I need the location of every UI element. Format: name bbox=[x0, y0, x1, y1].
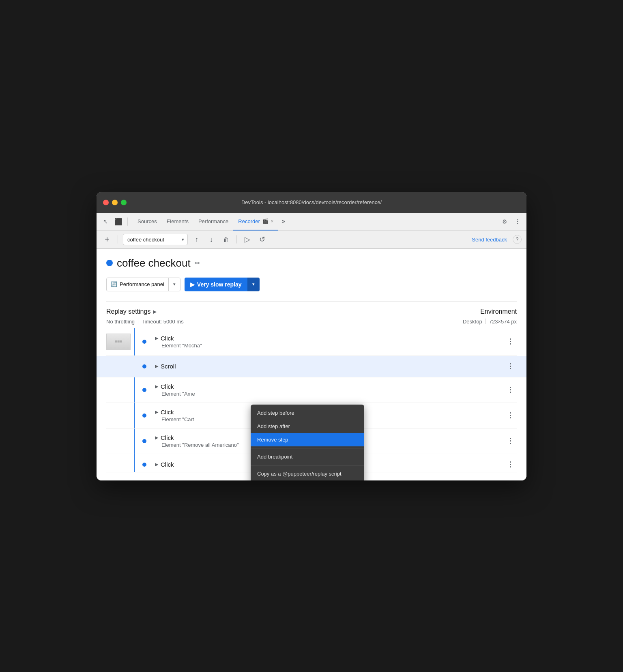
tab-close-icon[interactable]: × bbox=[271, 219, 273, 224]
perf-panel-chevron-icon[interactable]: ▾ bbox=[169, 278, 180, 291]
add-recording-button[interactable]: + bbox=[101, 234, 113, 245]
tab-sources[interactable]: Sources bbox=[133, 213, 162, 230]
window-title: DevTools - localhost:8080/docs/devtools/… bbox=[103, 199, 520, 205]
more-options-button[interactable]: ⋮ bbox=[512, 216, 523, 227]
env-device-label: Desktop bbox=[463, 319, 482, 325]
menu-dot bbox=[510, 363, 511, 364]
step-expand-icon[interactable]: ▶ bbox=[155, 336, 158, 341]
menu-dot bbox=[510, 417, 511, 418]
step-dot-3 bbox=[142, 388, 146, 392]
menu-dot bbox=[510, 389, 511, 390]
step-action-label-4: Click bbox=[161, 409, 174, 416]
ctx-add-after[interactable]: Add step after bbox=[251, 420, 364, 433]
settings-row: Replay settings ▶ No throttling Timeout:… bbox=[106, 308, 517, 325]
play-step-icon: ▷ bbox=[245, 235, 250, 244]
env-separator bbox=[486, 319, 486, 324]
toolbar-separator-2 bbox=[118, 235, 118, 243]
more-vert-icon: ⋮ bbox=[515, 218, 520, 225]
menu-dot bbox=[510, 338, 511, 340]
step-dot-area bbox=[137, 340, 152, 344]
play-step-button[interactable]: ▷ bbox=[242, 234, 253, 245]
menu-dot bbox=[510, 440, 511, 442]
step-menu-button[interactable] bbox=[505, 337, 515, 347]
step-content-3: ▶ Click Element "Ame bbox=[152, 383, 505, 397]
replay-label: Very slow replay bbox=[197, 281, 242, 288]
step-expand-icon-2[interactable]: ▶ bbox=[155, 364, 158, 369]
step-menu-button-5[interactable] bbox=[505, 436, 515, 446]
rewind-button[interactable]: ↺ bbox=[256, 234, 268, 245]
settings-right: Environment Desktop 723×574 px bbox=[463, 308, 517, 325]
ctx-remove-step[interactable]: Remove step bbox=[251, 433, 364, 446]
close-button[interactable] bbox=[103, 200, 109, 205]
step-title-row-2: ▶ Scroll bbox=[155, 363, 505, 370]
recording-title: coffee checkout bbox=[117, 257, 191, 269]
menu-dot bbox=[510, 464, 511, 465]
step-menu-button-2[interactable] bbox=[505, 362, 515, 371]
inspect-icon: ⬛ bbox=[114, 218, 122, 226]
step-menu-button-3[interactable] bbox=[505, 385, 515, 395]
replay-dropdown-button[interactable]: ▾ bbox=[247, 278, 260, 291]
menu-dot bbox=[510, 438, 511, 439]
send-feedback-link[interactable]: Send feedback bbox=[472, 237, 507, 243]
plus-icon: + bbox=[105, 235, 110, 244]
edit-title-button[interactable]: ✏ bbox=[195, 259, 200, 267]
step-dot-area-3 bbox=[137, 388, 152, 392]
step-expand-icon-4[interactable]: ▶ bbox=[155, 409, 158, 415]
tab-list: Sources Elements Performance Recorder 🎬 … bbox=[133, 213, 288, 230]
replay-main-button[interactable]: ▶ Very slow replay bbox=[185, 278, 247, 291]
step-expand-icon-3[interactable]: ▶ bbox=[155, 384, 158, 389]
step-expand-icon-5[interactable]: ▶ bbox=[155, 435, 158, 440]
chevron-down-icon: ▾ bbox=[252, 282, 255, 287]
menu-dot bbox=[510, 368, 511, 369]
menu-dot bbox=[510, 341, 511, 342]
toolbar-separator-1 bbox=[127, 218, 128, 226]
tab-more-button[interactable]: » bbox=[278, 213, 288, 230]
step-title-row-3: ▶ Click bbox=[155, 383, 505, 390]
menu-dot bbox=[510, 366, 511, 367]
chevron-down-icon: ▾ bbox=[182, 237, 184, 242]
ctx-copy-puppeteer[interactable]: Copy as a @puppeteer/replay script bbox=[251, 467, 364, 480]
ctx-add-before[interactable]: Add step before bbox=[251, 406, 364, 420]
performance-panel-main: 🔄 Performance panel bbox=[107, 278, 169, 291]
performance-panel-button[interactable]: 🔄 Performance panel ▾ bbox=[106, 278, 180, 291]
step-content: ▶ Click Element "Mocha" bbox=[152, 335, 505, 349]
perf-icon: 🔄 bbox=[111, 281, 117, 287]
step-expand-icon-6[interactable]: ▶ bbox=[155, 462, 158, 467]
maximize-button[interactable] bbox=[121, 200, 127, 205]
step-dot-area-5 bbox=[137, 439, 152, 443]
step-action-label-3: Click bbox=[161, 383, 174, 390]
tab-recorder[interactable]: Recorder 🎬 × bbox=[233, 213, 278, 230]
step-screenshot: ☰☰☰ bbox=[106, 334, 131, 350]
step-menu-button-4[interactable] bbox=[505, 411, 515, 420]
recording-status-dot bbox=[106, 260, 113, 266]
main-content: coffee checkout ✏ 🔄 Performance panel ▾ … bbox=[97, 249, 526, 480]
menu-dot bbox=[510, 412, 511, 414]
settings-button[interactable]: ⚙ bbox=[499, 216, 510, 227]
ctx-add-breakpoint-label: Add breakpoint bbox=[257, 454, 292, 460]
settings-subtitle: No throttling Timeout: 5000 ms bbox=[106, 319, 463, 325]
minimize-button[interactable] bbox=[112, 200, 118, 205]
menu-dot bbox=[510, 392, 511, 393]
inspect-tool-button[interactable]: ⬛ bbox=[113, 216, 124, 227]
pointer-tool-button[interactable]: ↖ bbox=[100, 216, 111, 227]
help-button[interactable]: ? bbox=[513, 235, 522, 244]
delete-button[interactable]: 🗑 bbox=[220, 234, 232, 245]
import-button[interactable]: ↓ bbox=[206, 234, 217, 245]
ctx-add-breakpoint[interactable]: Add breakpoint bbox=[251, 450, 364, 463]
settings-separator bbox=[138, 319, 138, 324]
tab-elements[interactable]: Elements bbox=[162, 213, 193, 230]
replay-button-group: ▶ Very slow replay ▾ bbox=[185, 278, 260, 291]
replay-settings-label: Replay settings bbox=[106, 308, 150, 315]
toolbar-right: ⚙ ⋮ bbox=[499, 216, 523, 227]
recording-select[interactable]: coffee checkout ▾ bbox=[123, 234, 188, 245]
step-menu-button-6[interactable] bbox=[505, 460, 515, 470]
tab-performance[interactable]: Performance bbox=[193, 213, 233, 230]
export-button[interactable]: ↑ bbox=[191, 234, 202, 245]
replay-settings-toggle[interactable]: Replay settings ▶ bbox=[106, 308, 463, 315]
menu-dot bbox=[510, 343, 511, 345]
devtools-window: DevTools - localhost:8080/docs/devtools/… bbox=[97, 192, 526, 480]
step-dot-2 bbox=[142, 364, 146, 368]
download-icon: ↓ bbox=[210, 235, 213, 244]
step-dot-area-2 bbox=[137, 364, 152, 368]
step-dot-area-6 bbox=[137, 463, 152, 467]
